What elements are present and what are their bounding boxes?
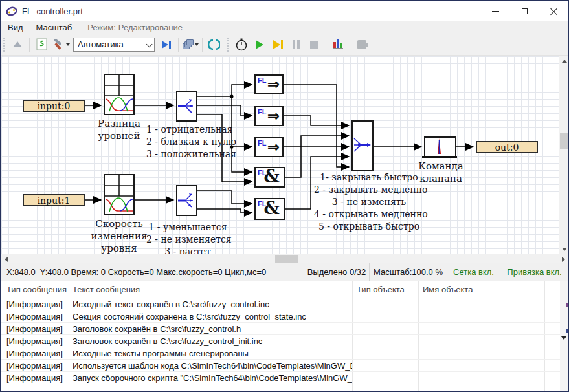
toolbar-separator: [29, 38, 30, 52]
message-objtype: [353, 335, 419, 347]
charts-button[interactable]: [329, 36, 346, 53]
message-objtype: [353, 310, 419, 322]
close-button[interactable]: [539, 1, 568, 21]
status-grid-toggle[interactable]: Сетка вкл.: [447, 263, 500, 281]
column-header-type[interactable]: Тип сообщения: [1, 281, 67, 298]
membership-block-1[interactable]: [104, 74, 135, 115]
out0-block[interactable]: out:0: [476, 141, 538, 153]
menu-view[interactable]: Вид: [1, 23, 30, 32]
vertical-scroll-thumb[interactable]: [560, 133, 568, 149]
membership-icon: [105, 75, 133, 114]
message-row-empty: [1, 384, 561, 392]
message-objname: [419, 347, 545, 359]
fl-implication-block-2[interactable]: FL ⇒: [254, 106, 284, 126]
timer-button[interactable]: [233, 36, 250, 53]
stop-icon: [310, 41, 318, 49]
implication-glyph: ⇒: [267, 108, 280, 123]
mode-label: Режим:: [87, 23, 116, 32]
fl-implication-block-3[interactable]: FL ⇒: [254, 137, 284, 157]
menu-scale[interactable]: Масштаб: [30, 23, 79, 32]
scroll-up-icon: [562, 60, 567, 63]
message-row[interactable]: [Информация] Исходные тексты программы с…: [1, 347, 561, 360]
scroll-left-button[interactable]: [1, 254, 11, 264]
step-into-button[interactable]: [158, 36, 175, 53]
message-row[interactable]: [Информация] Секция состояний сохранена …: [1, 310, 561, 323]
status-selected: Выделено 0/32: [304, 263, 369, 281]
message-row[interactable]: [Информация] Используется шаблон кода C:…: [1, 360, 561, 372]
message-row[interactable]: [Информация] Заголовок сохранён в C:\src…: [1, 323, 561, 335]
column-header-objname[interactable]: Имя объекта: [419, 281, 545, 298]
fl-tag: FL: [258, 108, 266, 116]
fl-and-block-1[interactable]: FL &: [254, 167, 285, 188]
message-objtype: [353, 347, 419, 359]
message-objname: [419, 323, 545, 334]
column-header-text[interactable]: Текст сообщения: [67, 281, 353, 298]
toolbar-grip[interactable]: [3, 38, 6, 52]
export-button[interactable]: [353, 36, 370, 53]
fl-implication-block-1[interactable]: FL ⇒: [254, 74, 284, 94]
maximize-button[interactable]: [510, 1, 539, 21]
membership-icon: [105, 175, 133, 214]
step-button[interactable]: [269, 36, 286, 53]
script-button[interactable]: [33, 36, 50, 53]
scroll-mark: [566, 329, 568, 333]
mode-combobox[interactable]: Автоматика: [73, 38, 155, 52]
hammer-wrench-icon: [51, 39, 64, 50]
demux-block-1[interactable]: [176, 91, 197, 122]
tools-dropdown-icon: [66, 43, 70, 46]
message-type: [Информация]: [1, 335, 67, 347]
message-scrollbar[interactable]: [560, 281, 568, 392]
message-row[interactable]: [Информация] Заголовок сохранён в C:\src…: [1, 335, 561, 347]
message-objtype: [353, 298, 419, 310]
schematic-canvas[interactable]: input:0 input:1 out:0: [1, 56, 559, 254]
message-type: [Информация]: [1, 310, 67, 322]
message-text: Исходный текст сохранён в C:\src\fuzzy_c…: [67, 298, 353, 310]
pause-button[interactable]: [287, 36, 304, 53]
message-row[interactable]: [Информация] Запуск сборочного скрипта "…: [1, 372, 561, 384]
input1-block[interactable]: input:1: [23, 194, 85, 206]
input0-block[interactable]: input:0: [23, 100, 85, 112]
status-snap-toggle[interactable]: Привязка вкл.: [500, 263, 568, 281]
up-arrow-icon: [13, 41, 22, 47]
message-row[interactable]: [Информация] Исходный текст сохранён в C…: [1, 298, 561, 310]
scroll-right-button[interactable]: [559, 254, 568, 264]
tools-button[interactable]: [51, 36, 70, 53]
fl-and-block-2[interactable]: FL &: [254, 198, 285, 220]
implication-glyph: ⇒: [267, 76, 280, 91]
scroll-down-button[interactable]: [559, 245, 569, 254]
scroll-down-icon: [562, 248, 567, 251]
message-objtype: [353, 360, 419, 371]
column-header-objtype[interactable]: Тип объекта: [353, 281, 419, 298]
refresh-button[interactable]: [206, 36, 223, 53]
horizontal-scroll-thumb[interactable]: [275, 255, 298, 263]
demux-block-2[interactable]: [176, 185, 197, 216]
membership-block-2[interactable]: [104, 174, 135, 215]
run-button[interactable]: [251, 36, 268, 53]
scroll-mark: [566, 303, 568, 307]
script-icon: [36, 38, 47, 50]
note-output-terms: 1- закрывать быстро2 - закрывать медленн…: [314, 171, 424, 233]
message-table-header: Тип сообщения Текст сообщения Тип объект…: [1, 281, 561, 298]
up-level-button[interactable]: [9, 36, 26, 53]
layers-icon: [183, 39, 193, 49]
step-forward-icon: [273, 40, 280, 49]
blue-bar-icon: [169, 41, 171, 49]
canvas-vertical-scrollbar[interactable]: [559, 56, 568, 254]
status-coordinates: X:848.0 Y:408.0 Время: 0 Скорость=0 Макс…: [1, 263, 304, 281]
message-table: Тип сообщения Текст сообщения Тип объект…: [1, 281, 562, 392]
toolbar: Автоматика: [1, 34, 568, 56]
scroll-up-button[interactable]: [559, 56, 569, 66]
toolbar-grip[interactable]: [227, 38, 230, 52]
minimize-icon: [492, 11, 499, 12]
valve-command-block[interactable]: [424, 136, 456, 157]
play-icon: [256, 40, 263, 49]
message-objname: [419, 310, 545, 322]
message-text: Заголовок сохранён в C:\src\fuzzy_contro…: [67, 323, 353, 334]
toolbar-separator: [202, 38, 203, 52]
stop-button[interactable]: [306, 36, 322, 53]
canvas-horizontal-scrollbar[interactable]: [1, 254, 568, 263]
message-type: [Информация]: [1, 323, 67, 334]
mux-block[interactable]: [351, 120, 374, 171]
layers-button[interactable]: [182, 36, 199, 53]
minimize-button[interactable]: [481, 1, 510, 21]
